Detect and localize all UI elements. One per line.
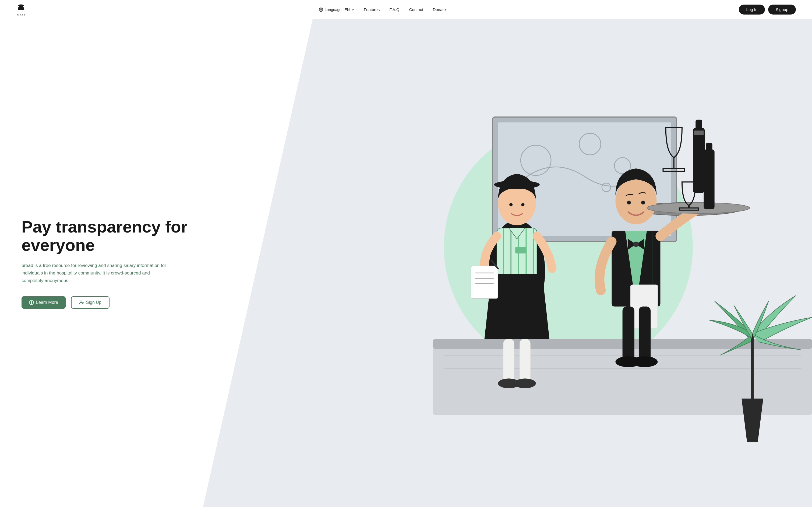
svg-rect-38 (471, 266, 498, 298)
hero-description: bread is a free resource for reviewing a… (21, 262, 172, 284)
svg-rect-20 (694, 130, 704, 135)
hero-illustration (325, 19, 812, 507)
svg-rect-18 (693, 128, 705, 193)
nav-buttons: Log In Signup (739, 5, 796, 14)
hero-section: Pay transparency for everyone bread is a… (0, 19, 812, 507)
logo[interactable]: bread (16, 3, 26, 16)
person-add-icon (79, 300, 84, 305)
svg-rect-19 (696, 120, 702, 130)
chevron-down-icon (351, 8, 354, 11)
svg-point-46 (514, 379, 536, 388)
hero-content: Pay transparency for everyone bread is a… (0, 202, 209, 325)
svg-point-60 (632, 356, 658, 367)
globe-icon (319, 7, 323, 12)
svg-point-53 (641, 201, 645, 205)
svg-rect-44 (520, 339, 531, 382)
hero-buttons: Learn More Sign Up (21, 296, 187, 309)
svg-point-51 (616, 178, 657, 224)
svg-point-52 (627, 201, 631, 205)
donate-link[interactable]: Donate (432, 7, 446, 12)
svg-point-35 (494, 180, 540, 189)
hospitality-illustration (325, 19, 812, 507)
contact-link[interactable]: Contact (409, 7, 423, 12)
learn-more-button[interactable]: Learn More (21, 296, 66, 309)
svg-rect-55 (704, 149, 714, 209)
hero-title: Pay transparency for everyone (21, 218, 187, 254)
svg-point-37 (521, 203, 525, 207)
svg-point-36 (509, 203, 513, 207)
faq-link[interactable]: F.A.Q (389, 7, 400, 12)
svg-point-50 (633, 242, 639, 247)
features-link[interactable]: Features (364, 7, 380, 12)
logo-icon (16, 3, 26, 13)
svg-rect-57 (623, 306, 634, 360)
navbar: bread Language | EN Features F.A.Q Conta… (0, 0, 812, 19)
svg-point-6 (31, 301, 32, 302)
signup-button[interactable]: Signup (768, 5, 796, 14)
svg-rect-43 (504, 339, 514, 382)
language-selector[interactable]: Language | EN (319, 7, 354, 12)
nav-links: Language | EN Features F.A.Q Contact Don… (319, 7, 446, 12)
svg-rect-33 (515, 247, 526, 253)
language-label: Language | EN (325, 7, 350, 12)
login-button[interactable]: Log In (739, 5, 765, 14)
svg-point-0 (18, 4, 24, 6)
logo-text: bread (16, 13, 25, 16)
svg-rect-56 (706, 143, 712, 152)
info-icon (29, 300, 34, 305)
svg-rect-58 (639, 306, 650, 360)
sign-up-button[interactable]: Sign Up (71, 296, 110, 309)
